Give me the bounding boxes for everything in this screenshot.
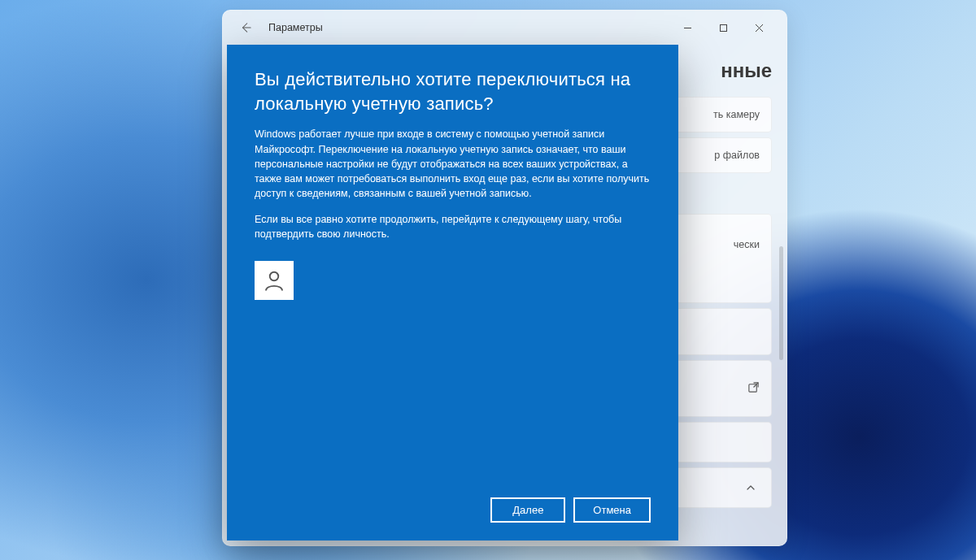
back-arrow-icon: [240, 22, 251, 33]
card-text-fragment: чески: [734, 239, 760, 250]
chevron-up-icon: [742, 479, 760, 497]
minimize-icon: [683, 24, 692, 33]
next-button[interactable]: Далее: [490, 497, 565, 523]
svg-line-6: [754, 383, 759, 388]
scrollbar-thumb[interactable]: [779, 246, 783, 360]
cancel-button[interactable]: Отмена: [573, 497, 651, 523]
window-controls: [669, 15, 777, 40]
person-icon: [262, 268, 286, 293]
card-text-fragment: ть камеру: [713, 109, 760, 120]
settings-window-title: Параметры: [268, 22, 323, 33]
card-text-fragment: р файлов: [714, 150, 760, 161]
maximize-icon: [719, 24, 728, 33]
dialog-heading: Вы действительно хотите переключиться на…: [255, 67, 651, 115]
maximize-button[interactable]: [705, 15, 741, 40]
minimize-button[interactable]: [669, 15, 705, 40]
settings-titlebar: Параметры: [223, 11, 786, 45]
close-button[interactable]: [741, 15, 777, 40]
svg-point-7: [270, 272, 279, 281]
local-account-switch-dialog: Вы действительно хотите переключиться на…: [227, 45, 678, 540]
external-link-icon: [747, 381, 760, 396]
svg-rect-2: [720, 24, 726, 31]
dialog-footer: Далее Отмена: [255, 497, 651, 523]
user-avatar-placeholder: [255, 261, 294, 300]
back-button[interactable]: [239, 21, 252, 34]
close-icon: [755, 24, 764, 33]
dialog-body-paragraph-2: Если вы все равно хотите продолжить, пер…: [255, 212, 651, 241]
dialog-body-paragraph-1: Windows работает лучше при входе в систе…: [255, 127, 651, 201]
